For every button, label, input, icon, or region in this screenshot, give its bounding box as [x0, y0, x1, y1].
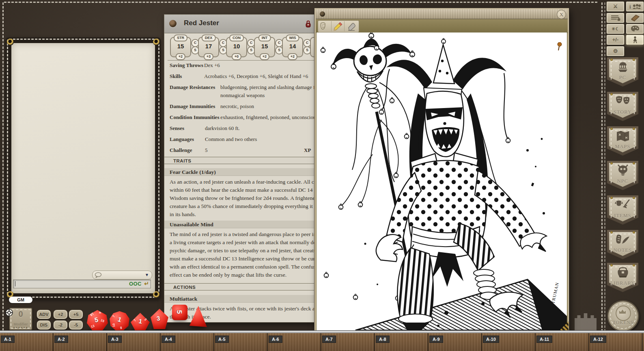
sidebar-settings-button[interactable]: ⚙ — [606, 46, 625, 56]
draw-tool-button[interactable] — [332, 21, 345, 31]
image-window-titlebar[interactable]: X — [316, 9, 568, 19]
chat-mode-dropdown[interactable]: ▼ — [92, 271, 152, 280]
minus5-button[interactable]: -5 — [69, 320, 83, 330]
sidebar-item-items[interactable]: ITEMS — [607, 195, 638, 225]
d6-die[interactable]: 5 — [172, 305, 187, 320]
plus5-button[interactable]: +5 — [69, 310, 83, 319]
sidebar-party-button[interactable]: i — [626, 1, 644, 12]
close-button[interactable]: X — [557, 10, 566, 19]
stat-label: Damage Resistances — [170, 84, 220, 91]
ability-box-wis[interactable]: WIS 14 +2 — [282, 37, 303, 57]
lock-icon[interactable] — [305, 20, 311, 28]
advantage-button[interactable]: ADV — [37, 310, 51, 319]
dice-tower[interactable] — [575, 312, 597, 332]
hotkey-tab-bar: A-1 A-2 A-3 A-4 A-5 A-6 A-7 A-8 A-9 A-10… — [0, 332, 644, 351]
hotkey-tab[interactable]: A-7 — [322, 336, 336, 343]
d10-die[interactable]: 1 7 3 — [131, 313, 150, 331]
d12-die[interactable]: 1 7 10 8 — [110, 311, 129, 331]
sidebar-item-notes[interactable]: NOTES — [607, 230, 638, 259]
ability-mod[interactable]: +3 — [204, 53, 213, 60]
hotkey-tab[interactable]: A-10 — [483, 336, 499, 343]
trait-name[interactable]: Unassailable Mind — [164, 221, 335, 228]
stitch-sidebar-seam — [601, 2, 603, 332]
chat-log[interactable] — [11, 43, 155, 293]
hotkey-tab[interactable]: A-4 — [162, 336, 175, 343]
ability-box-int[interactable]: INT 15 +2 — [254, 37, 275, 57]
sidebar-modules-button[interactable] — [626, 13, 644, 23]
hotkey-tab[interactable]: A-5 — [215, 336, 229, 343]
sidebar-options-button[interactable]: ⚔ — [606, 1, 625, 12]
plus2-button[interactable]: +2 — [53, 310, 68, 319]
sidebar-item-maps[interactable]: MAPS — [607, 126, 638, 156]
erase-tool-button[interactable] — [345, 21, 358, 31]
ability-score: 15 — [255, 43, 274, 50]
ability-mod[interactable]: +2 — [176, 53, 185, 60]
pin-icon[interactable] — [556, 42, 562, 51]
sidebar-item-library[interactable]: LIBRARY — [607, 263, 638, 292]
d20-die[interactable]: 5 18 15 13 4 — [87, 310, 108, 331]
stitch-sidebar-seam2 — [604, 2, 605, 332]
gm-identity-label[interactable]: GM — [9, 297, 32, 303]
ability-box-dex[interactable]: DEX 17 +3 — [198, 37, 219, 57]
targeting-crosshair-icon[interactable] — [5, 309, 13, 316]
stat-value[interactable]: bludgeoning, piercing and slashing damag… — [220, 84, 323, 90]
image-viewport[interactable]: TRUMAN — [317, 32, 567, 330]
sidebar-colors-button[interactable] — [626, 24, 644, 34]
d4-die[interactable] — [189, 306, 207, 327]
ability-mod[interactable]: +2 — [288, 53, 297, 60]
window-menu-knob[interactable] — [320, 11, 325, 17]
sidebar-item-pc[interactable]: PC — [607, 57, 638, 87]
sidebar-lighting-button[interactable]: ☀☾ — [606, 24, 625, 34]
sidebar-modifiers-button[interactable]: +/- — [606, 35, 625, 45]
ability-box-str[interactable]: STR 15 +2 — [170, 37, 191, 57]
stat-label: Saving Throws — [170, 62, 204, 69]
stat-value[interactable]: Common and two others — [205, 136, 257, 142]
gear-icon: ⚙ — [613, 48, 618, 54]
hotkey-tab[interactable]: A-2 — [54, 336, 68, 343]
hotkey-tab[interactable]: A-3 — [108, 336, 122, 343]
hotkey-tab[interactable]: A-8 — [376, 336, 390, 343]
skull-icon — [616, 164, 630, 177]
stat-value[interactable]: nonmagical weapons — [220, 92, 265, 98]
sidebar-characters-button[interactable] — [626, 35, 644, 45]
minus2-button[interactable]: -2 — [53, 320, 68, 330]
xp-label: XP — [304, 147, 311, 154]
disadvantage-button[interactable]: DIS — [37, 320, 51, 330]
enter-arrow-icon: ↵ — [144, 280, 149, 287]
drama-masks-icon — [615, 95, 631, 108]
trait-name[interactable]: Fear Cackle (1/day) — [164, 168, 335, 176]
mask-tool-button[interactable] — [319, 21, 332, 31]
hotkey-tab[interactable]: A-6 — [269, 336, 282, 343]
d8-die[interactable]: 3 — [151, 309, 168, 329]
stat-label: Skills — [170, 73, 204, 80]
action-name[interactable]: Multiattack — [164, 295, 335, 303]
sidebar-item-tokens[interactable]: TOKENS — [607, 300, 639, 332]
sidebar-effects-button[interactable] — [606, 13, 625, 23]
ability-name: DEX — [202, 35, 216, 41]
hotkey-tab[interactable]: A-11 — [536, 336, 552, 343]
window-menu-knob[interactable] — [169, 20, 177, 27]
sidebar-item-label: NPC — [607, 178, 638, 184]
stat-value[interactable]: exhaustion, frightened, poisoned, uncons… — [220, 114, 318, 120]
stat-value[interactable]: 5 — [205, 147, 208, 153]
section-header-actions[interactable]: ACTIONS — [164, 283, 335, 290]
section-header-traits[interactable]: TRAITS — [164, 157, 335, 164]
stat-value[interactable]: Acrobatics +6, Deception +6, Sleight of … — [204, 73, 308, 79]
ability-mod[interactable]: +2 — [260, 53, 269, 60]
stat-value[interactable]: Dex +6 — [204, 62, 220, 68]
sidebar-item-story[interactable]: STORY — [607, 92, 638, 121]
stat-value[interactable]: necrotic, poison — [220, 103, 254, 109]
sidebar-item-label: TOKENS — [608, 320, 638, 325]
hotkey-tab[interactable]: A-1 — [1, 336, 15, 343]
ability-box-con[interactable]: CON 10 +0 — [226, 37, 247, 57]
sidebar-item-npc[interactable]: NPC — [607, 161, 638, 190]
ooc-mode-label: OOC — [129, 281, 142, 287]
stat-label: Senses — [170, 125, 205, 132]
chat-input[interactable]: OOC ↵ — [13, 280, 151, 288]
stitch-left — [2, 2, 4, 331]
hotkey-tab[interactable]: A-9 — [429, 336, 443, 343]
stat-value[interactable]: darkvision 60 ft. — [205, 125, 240, 131]
sidebar-item-label: MAPS — [607, 144, 638, 150]
hotkey-tab[interactable]: A-12 — [590, 336, 606, 343]
ability-mod[interactable]: +0 — [232, 53, 241, 60]
